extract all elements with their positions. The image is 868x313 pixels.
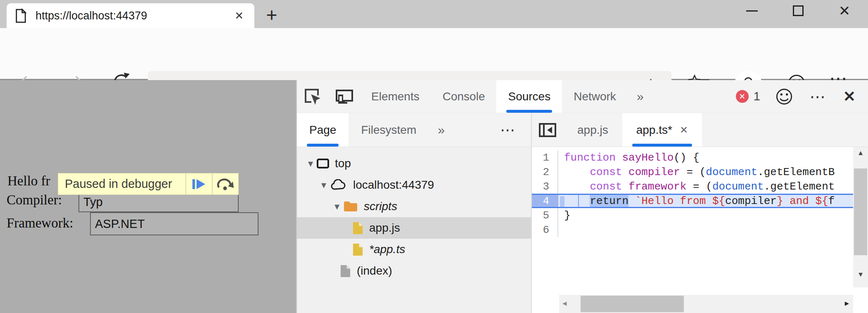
devtools-second-row: Page Filesystem » ⋯ app.js app.ts* ✕ — [297, 113, 868, 147]
code-line: 3 const framework = (document.getElement — [532, 179, 853, 194]
editor-tab-strip: app.js app.ts* ✕ — [532, 113, 868, 147]
code-line-paused: 4 return `Hello from ${compiler} and ${f — [532, 194, 853, 208]
edge-browser-window: { "icons": { "close": "✕", "plus": "+", … — [0, 0, 868, 313]
active-tab-underline — [307, 144, 339, 147]
expand-arrow-icon[interactable]: ▾ — [331, 201, 343, 212]
devtools-toolbar-right: ✕ 1 ⋯ ✕ — [736, 80, 868, 113]
tab-close-icon[interactable]: ✕ — [232, 9, 246, 22]
sidebar-more-tabs-chevron[interactable]: » — [429, 113, 454, 147]
close-editor-tab-icon[interactable]: ✕ — [680, 124, 688, 136]
page-content: Hello fr Compiler: Typ Framework: ASP.NE… — [0, 80, 296, 313]
document-file-icon — [340, 264, 351, 278]
code-lines: 1 function sayHello() { 2 const compiler… — [532, 150, 853, 237]
script-file-icon — [352, 221, 363, 235]
hide-navigator-icon — [538, 123, 557, 138]
tree-item-scripts-folder[interactable]: ▾ scripts — [297, 196, 531, 217]
page-favicon-icon — [15, 8, 26, 23]
tab-sources[interactable]: Sources — [496, 80, 562, 113]
line-number[interactable]: 2 — [532, 165, 558, 179]
minimize-icon — [746, 10, 758, 12]
scroll-left-arrow-icon[interactable]: ◀ — [562, 299, 567, 308]
resume-play-icon — [191, 178, 207, 190]
line-number[interactable]: 6 — [532, 223, 558, 237]
frame-icon — [317, 159, 329, 168]
tab-title: https://localhost:44379 — [36, 9, 232, 22]
close-icon: ✕ — [839, 2, 851, 19]
tab-filesystem[interactable]: Filesystem — [349, 113, 429, 147]
active-tab-underline — [632, 144, 692, 147]
new-tab-button[interactable]: + — [260, 4, 283, 26]
step-over-icon — [216, 178, 235, 191]
tree-item-index[interactable]: (index) — [297, 260, 531, 282]
devtools-panel: Elements Console Sources Network » ✕ 1 ⋯… — [296, 80, 868, 313]
framework-input[interactable]: ASP.NET — [90, 212, 259, 235]
framework-label: Framework: — [7, 216, 73, 231]
compiler-label: Compiler: — [7, 192, 62, 208]
resume-script-button[interactable] — [186, 173, 212, 194]
navigator-more-button[interactable]: ⋯ — [500, 113, 531, 147]
tab-page[interactable]: Page — [297, 113, 349, 147]
tab-bar: https://localhost:44379 ✕ + ✕ — [0, 0, 868, 28]
expand-arrow-icon[interactable]: ▾ — [304, 158, 317, 169]
horizontal-scrollbar[interactable]: ◀ ▶ — [559, 295, 853, 313]
navigator-pane-header: Page Filesystem » ⋯ — [297, 113, 532, 147]
device-emulation-button[interactable] — [328, 80, 360, 113]
page-hello-text: Hello fr — [7, 173, 50, 189]
devtools-menu-button[interactable]: ⋯ — [810, 88, 827, 106]
tab-network[interactable]: Network — [562, 80, 628, 113]
file-navigator-tree: ▾ top ▾ localhost:44379 ▾ scripts — [297, 147, 532, 313]
line-number[interactable]: 4 — [532, 195, 558, 207]
paused-banner-text: Paused in debugger — [58, 173, 185, 194]
line-number[interactable]: 5 — [532, 208, 558, 223]
devtools-toolbar: Elements Console Sources Network » ✕ 1 ⋯… — [297, 80, 868, 113]
editor-tab-appjs[interactable]: app.js — [563, 113, 622, 147]
script-file-icon — [352, 243, 363, 256]
vertical-scrollbar-thumb[interactable] — [854, 168, 867, 255]
step-over-button[interactable] — [213, 173, 238, 194]
editor-tab-appts[interactable]: app.ts* ✕ — [622, 113, 702, 147]
paused-line-chip — [560, 196, 564, 207]
more-tabs-chevron[interactable]: » — [628, 80, 653, 113]
devtools-close-button[interactable]: ✕ — [843, 88, 856, 105]
horizontal-scrollbar-thumb[interactable] — [581, 296, 684, 312]
paused-statement-highlight: return — [590, 195, 628, 207]
toggle-navigator-button[interactable] — [532, 113, 563, 147]
navigation-bar: https://localhost:44379 ⋯ — [0, 28, 868, 80]
sources-body: ▾ top ▾ localhost:44379 ▾ scripts — [297, 147, 868, 313]
tree-item-top[interactable]: ▾ top — [297, 153, 531, 174]
tab-elements[interactable]: Elements — [360, 80, 431, 113]
folder-icon — [343, 200, 358, 213]
tab-console[interactable]: Console — [431, 80, 497, 113]
error-count: 1 — [754, 90, 760, 103]
minimize-button[interactable] — [733, 0, 771, 21]
devtools-feedback-smiley-icon[interactable] — [775, 88, 793, 106]
inspect-cursor-icon — [303, 87, 322, 106]
vertical-scrollbar[interactable]: ▲ ▼ — [853, 147, 868, 287]
code-line: 1 function sayHello() { — [532, 150, 853, 165]
line-number[interactable]: 1 — [532, 150, 558, 165]
cloud-icon — [330, 179, 347, 191]
paused-in-debugger-banner: Paused in debugger — [58, 173, 239, 195]
maximize-icon — [793, 5, 804, 16]
tree-item-appts[interactable]: *app.ts — [297, 239, 531, 260]
error-badge-icon[interactable]: ✕ — [736, 90, 749, 103]
scroll-right-arrow-icon[interactable]: ▶ — [845, 299, 849, 308]
code-line: 6 — [532, 223, 853, 237]
expand-arrow-icon[interactable]: ▾ — [318, 179, 330, 191]
code-editor: 1 function sayHello() { 2 const compiler… — [532, 147, 868, 313]
scroll-up-arrow-icon[interactable]: ▲ — [853, 149, 868, 157]
device-toolbar-icon — [334, 88, 354, 105]
browser-tab[interactable]: https://localhost:44379 ✕ — [7, 3, 254, 28]
active-tab-underline — [506, 110, 552, 113]
maximize-button[interactable] — [779, 0, 818, 21]
indent-guide-line — [578, 195, 579, 207]
tree-item-localhost[interactable]: ▾ localhost:44379 — [297, 174, 531, 196]
close-window-button[interactable]: ✕ — [825, 0, 864, 21]
line-number[interactable]: 3 — [532, 179, 558, 194]
inspect-element-button[interactable] — [297, 80, 328, 113]
scroll-down-arrow-icon[interactable]: ▼ — [853, 271, 868, 279]
code-line: 5 } — [532, 208, 853, 223]
tree-item-appjs[interactable]: app.js — [297, 217, 531, 239]
code-line: 2 const compiler = (document.getElementB — [532, 165, 853, 179]
